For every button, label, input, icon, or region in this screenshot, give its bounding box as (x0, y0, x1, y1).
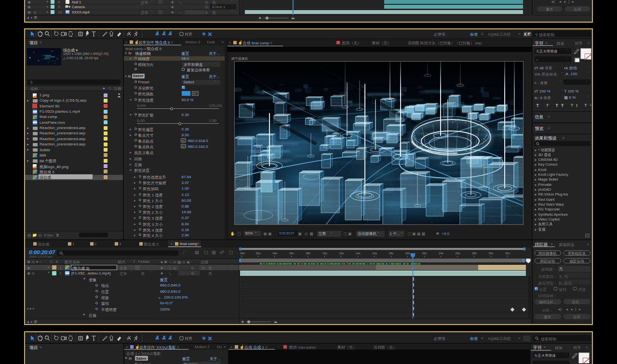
svg-text:对齐: 对齐 (185, 337, 192, 341)
svg-text:对齐: 对齐 (185, 32, 192, 37)
